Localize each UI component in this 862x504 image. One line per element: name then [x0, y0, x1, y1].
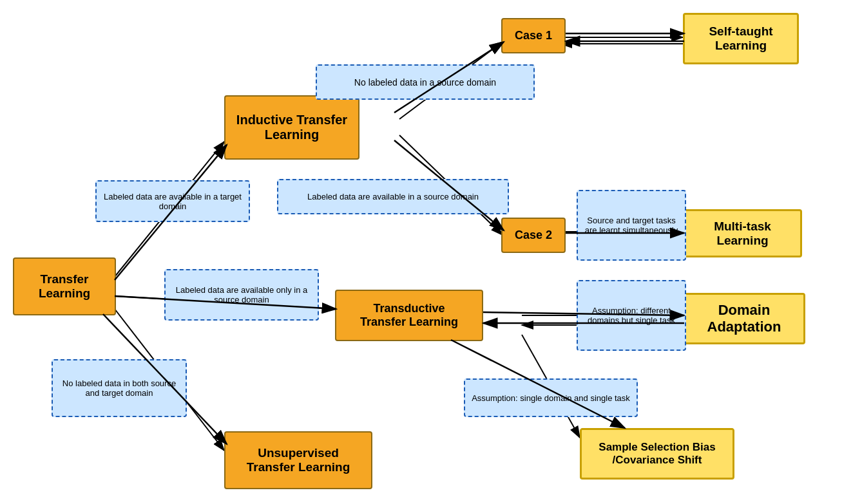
- sample-sel-node: Sample Selection Bias /Covariance Shift: [580, 428, 734, 480]
- single-domain-dashed: Assumption: single domain and single tas…: [464, 378, 638, 417]
- no-labeled-source-dashed: No labeled data in a source domain: [316, 64, 535, 100]
- simultaneous-dashed: Source and target tasks are learnt simul…: [577, 190, 686, 261]
- self-taught-node: Self-taught Learning: [683, 13, 799, 64]
- diagram: Transfer Learning Inductive Transfer Lea…: [0, 0, 862, 504]
- case2-node: Case 2: [501, 218, 566, 253]
- transductive-node: Transductive Transfer Learning: [335, 290, 483, 341]
- labeled-target-dashed: Labeled data are available in a target d…: [95, 180, 250, 222]
- no-labeled-both-dashed: No labeled data in both source and targe…: [52, 359, 187, 417]
- unsupervised-node: Unsupervised Transfer Learning: [224, 431, 372, 489]
- domain-adapt-node: Domain Adaptation: [683, 293, 805, 344]
- labeled-source-avail-dashed: Labeled data are available in a source d…: [277, 179, 509, 214]
- transfer-learning-node: Transfer Learning: [13, 257, 116, 315]
- labeled-source-only-dashed: Labeled data are available only in a sou…: [164, 269, 319, 321]
- diff-domains-dashed: Assumption: different domains but single…: [577, 280, 686, 351]
- case1-node: Case 1: [501, 18, 566, 53]
- inductive-node: Inductive Transfer Learning: [224, 95, 359, 160]
- multitask-node: Multi-task Learning: [683, 209, 802, 257]
